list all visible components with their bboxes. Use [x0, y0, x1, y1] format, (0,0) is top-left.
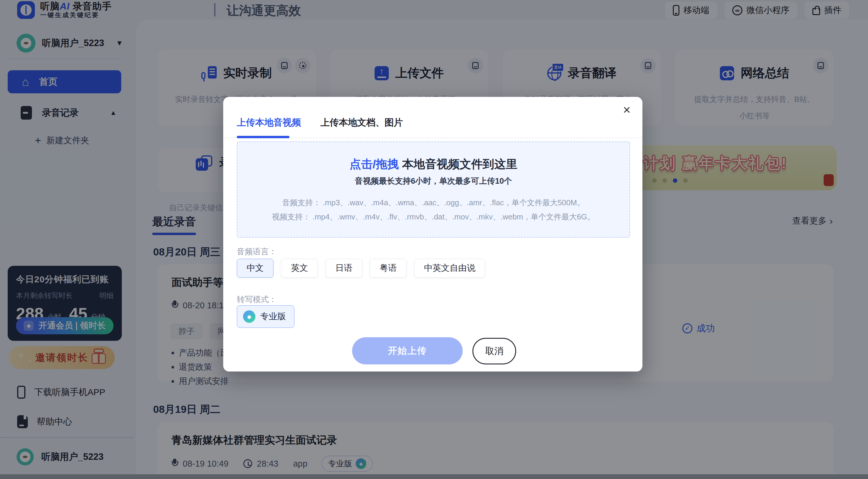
- start-upload-button[interactable]: 开始上传: [352, 337, 463, 365]
- language-option-cantonese[interactable]: 粤语: [370, 259, 406, 278]
- tab-upload-audio-video[interactable]: 上传本地音视频: [237, 116, 301, 129]
- app-page: 听脑AI 录音助手 一键生成关键纪要 让沟通更高效 移动端 ∞ 微信小程序 插件: [0, 0, 868, 479]
- dropzone-title-highlight: 点击/拖拽: [349, 158, 399, 170]
- dropzone-title: 点击/拖拽 本地音视频文件到这里: [238, 156, 629, 172]
- pro-diamond-icon: ◆: [243, 310, 255, 323]
- language-option-chinese[interactable]: 中文: [237, 259, 274, 278]
- dropzone-title-rest: 本地音视频文件到这里: [399, 158, 517, 170]
- file-dropzone[interactable]: 点击/拖拽 本地音视频文件到这里 音视频最长支持6小时，单次最多可上传10个 音…: [237, 141, 630, 238]
- mode-label: 转写模式：: [237, 294, 277, 305]
- language-option-japanese[interactable]: 日语: [326, 259, 362, 278]
- mode-option-pro[interactable]: ◆ 专业版: [237, 305, 294, 328]
- tabline-active: [237, 136, 289, 138]
- language-label: 音频语言：: [237, 246, 277, 257]
- tab-upload-docs-images[interactable]: 上传本地文档、图片: [320, 116, 403, 129]
- modal-tabs: 上传本地音视频 上传本地文档、图片: [237, 116, 403, 129]
- language-option-english[interactable]: 英文: [281, 259, 318, 278]
- mode-pro-label: 专业版: [260, 311, 286, 322]
- upload-modal: × 上传本地音视频 上传本地文档、图片 点击/拖拽 本地音视频文件到这里 音视频…: [223, 97, 643, 372]
- language-option-mixed[interactable]: 中英文自由说: [414, 259, 485, 278]
- audio-support-note: 音频支持： .mp3、.wav、.m4a、.wma、.aac、.ogg、.amr…: [238, 198, 629, 208]
- cancel-button[interactable]: 取消: [472, 338, 516, 365]
- close-icon[interactable]: ×: [623, 103, 630, 116]
- video-support-note: 视频支持： .mp4、.wmv、.m4v、.flv、.rmvb、.dat、.mo…: [238, 212, 629, 222]
- language-options: 中文 英文 日语 粤语 中英文自由说: [237, 259, 485, 278]
- dropzone-subtitle: 音视频最长支持6小时，单次最多可上传10个: [238, 176, 629, 186]
